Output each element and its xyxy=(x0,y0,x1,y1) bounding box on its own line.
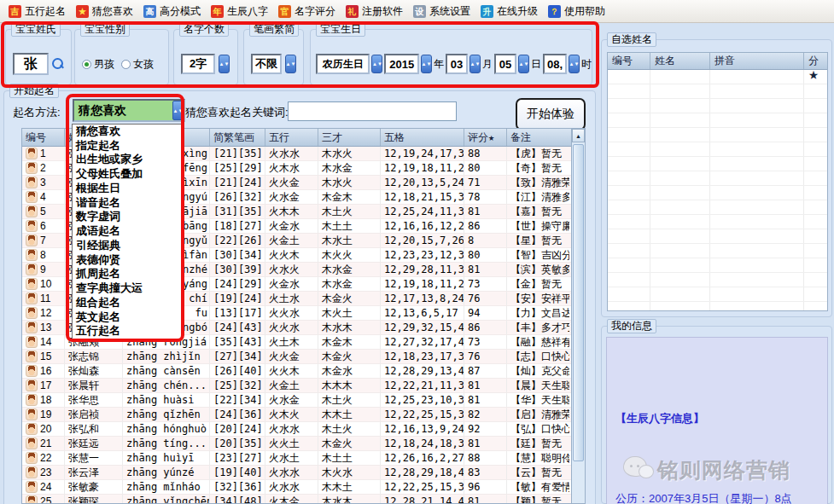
toolbar-button[interactable]: ★ 猜您喜欢 xyxy=(73,3,140,20)
result-row[interactable]: 25 张颖琛 zhāng yǐngchēn [34][48] 火木金 木水木 1… xyxy=(22,495,571,503)
row-pinyin-cell: zhāng yúnzé xyxy=(123,466,210,479)
header-wuxing[interactable]: 五行 xyxy=(265,129,318,146)
month-spinner[interactable]: ▲▼ xyxy=(469,55,481,73)
result-row[interactable]: 15 张志锦 zhāng zhìjǐn [27][34] 火火金 木金火 12,… xyxy=(22,350,571,364)
sel-header-no[interactable]: 编号 xyxy=(608,53,650,69)
header-strokes[interactable]: 简繁笔画 xyxy=(210,129,265,146)
start-experience-button[interactable]: 开始体验 xyxy=(516,98,586,130)
row-wuxing-cell: 火水水 xyxy=(265,466,318,479)
radio-male-dot xyxy=(82,60,91,69)
header-remark[interactable]: 备注 xyxy=(507,129,569,146)
row-remark-cell: 【颖】暂无 xyxy=(507,495,569,503)
radio-male[interactable]: 男孩 xyxy=(82,57,114,72)
selected-empty-row xyxy=(608,200,827,215)
result-row[interactable]: 17 张晨轩 zhāng chén... [25][32] 火金土 木木木 12… xyxy=(22,379,571,393)
dropdown-option[interactable]: 查字典撞大运 xyxy=(73,281,181,296)
dropdown-option[interactable]: 五行起名 xyxy=(73,324,181,339)
row-remark-cell: 【丰】多才巧 xyxy=(507,321,569,334)
header-no[interactable]: 编号 xyxy=(22,129,65,146)
header-sancai[interactable]: 三才 xyxy=(318,129,381,146)
result-row[interactable]: 21 张廷远 zhāng tíng... [20][35] 火火土 木金火 12… xyxy=(22,437,571,451)
radio-female[interactable]: 女孩 xyxy=(121,57,154,72)
row-wuge-cell: 12,22,25,15,36 xyxy=(381,480,464,494)
toolbar-button[interactable]: 吉 五行起名 xyxy=(5,3,73,20)
selected-empty-row xyxy=(608,229,827,244)
sel-header-name[interactable]: 姓名 xyxy=(650,53,710,69)
result-row[interactable]: 16 张灿森 zhāng cànsēn [26][40] 火火木 木金水 12,… xyxy=(22,364,571,379)
row-wuxing-cell: 火火土 xyxy=(265,437,318,450)
toolbar-button[interactable]: ？ 使用帮助 xyxy=(545,3,612,20)
row-remark-cell: 【虎】暂无 xyxy=(507,147,569,160)
dropdown-option[interactable]: 谐音起名 xyxy=(73,196,181,211)
row-wuge-cell: 12,29,32,15,43 xyxy=(381,321,464,334)
calendar-type-spinner[interactable]: ▲▼ xyxy=(371,55,382,73)
dropdown-option[interactable]: 引经据典 xyxy=(73,239,181,253)
header-wuge[interactable]: 五格 xyxy=(381,129,464,146)
toolbar-button[interactable]: 升 在线升级 xyxy=(477,3,545,20)
row-wuxing-cell: 火水火 xyxy=(265,263,318,276)
dropdown-option[interactable]: 猜您喜欢 xyxy=(73,125,181,139)
toolbar-button[interactable]: 设 系统设置 xyxy=(410,3,477,20)
dropdown-option[interactable]: 父母姓氏叠加 xyxy=(73,167,181,182)
bazi-info-box: 【生辰八字信息】 公历：2007年3月5日（星期一）8点 农历：丁亥年正月十六日… xyxy=(606,337,828,504)
row-pinyin-cell: zhāng tíng... xyxy=(123,437,210,450)
keyword-input[interactable] xyxy=(288,101,457,121)
sel-header-score[interactable]: 评分★ xyxy=(804,53,827,69)
selected-empty-row xyxy=(608,215,827,229)
row-remark-cell: 【敏】有爱情 xyxy=(507,480,569,494)
dropdown-option[interactable]: 抓周起名 xyxy=(73,267,181,281)
toolbar-button[interactable]: 礼 注册软件 xyxy=(342,3,410,20)
row-wuge-cell: 12,25,24,11,35 xyxy=(381,205,464,218)
results-scrollbar[interactable]: ▲ xyxy=(571,129,585,503)
row-remark-cell: 【华】天生聪 xyxy=(507,393,569,407)
baby-avatar-icon xyxy=(26,394,38,406)
stroke-spinner[interactable]: ▲▼ xyxy=(285,55,296,73)
dropdown-option[interactable]: 数字虚词 xyxy=(73,210,181,224)
row-sancai-cell: 木水火 xyxy=(318,147,381,160)
row-wuge-cell: 12,19,18,11,29 xyxy=(381,161,464,175)
surname-input[interactable] xyxy=(13,53,49,75)
method-combo-arrow-icon[interactable]: ▲▼ xyxy=(172,101,184,120)
scrollbar-thumb[interactable] xyxy=(573,144,584,461)
result-row[interactable]: 20 张弘和 zhāng hónghuò [20][24] 火水水 木土火 12… xyxy=(22,422,571,437)
result-row[interactable]: 18 张华思 zhāng huàsi [22][34] 火水金 木土火 12,2… xyxy=(22,393,571,408)
dropdown-option[interactable]: 出生地或家乡 xyxy=(73,153,181,167)
row-wuge-cell: 12,19,18,11,29 xyxy=(381,277,464,291)
baby-avatar-icon xyxy=(26,278,38,290)
row-wuxing-cell: 火水水 xyxy=(265,147,318,160)
header-score[interactable]: 评分★ xyxy=(464,129,507,146)
dropdown-option[interactable]: 组合起名 xyxy=(73,296,181,310)
toolbar-button[interactable]: 高 高分模式 xyxy=(140,3,207,20)
row-number-cell: 8 xyxy=(22,248,65,262)
dropdown-option[interactable]: 表德仰贤 xyxy=(73,253,181,268)
row-sancai-cell: 木火土 xyxy=(318,306,381,320)
day-spinner[interactable]: ▲▼ xyxy=(518,55,529,73)
result-row[interactable]: 23 张云泽 zhāng yúnzé [19][40] 火水水 木火水 12,2… xyxy=(22,466,571,480)
name-count-spinner[interactable]: ▲▼ xyxy=(219,55,230,73)
row-sancai-cell: 木金火 xyxy=(318,292,381,305)
method-label: 起名方法: xyxy=(13,105,61,120)
result-row[interactable]: 24 张敏豪 zhāng mǐnháo [32][36] 火水水 木木土 12,… xyxy=(22,480,571,495)
baby-avatar-icon xyxy=(26,293,38,304)
dropdown-option[interactable]: 成语起名 xyxy=(73,224,181,239)
result-row[interactable]: 19 张启祯 zhāng qǐzhēn [24][36] 火木火 木木土 12,… xyxy=(22,408,571,422)
toolbar-button[interactable]: 年 生辰八字 xyxy=(207,3,275,20)
row-number-cell: 7 xyxy=(22,234,65,247)
year-spinner[interactable]: ▲▼ xyxy=(421,55,432,73)
month-value: 03 xyxy=(446,54,468,74)
search-icon[interactable] xyxy=(52,58,64,70)
row-sancai-cell: 木土火 xyxy=(318,393,381,407)
sel-header-pinyin[interactable]: 拼音 xyxy=(710,53,804,69)
scroll-up-icon[interactable]: ▲ xyxy=(572,129,585,142)
row-wuxing-cell: 火金水 xyxy=(265,277,318,291)
row-sancai-cell: 木水金 xyxy=(318,263,381,276)
surname-groupbox: 宝宝姓氏 xyxy=(5,29,72,85)
method-combobox[interactable]: 猜您喜欢 ▲▼ xyxy=(73,99,185,122)
row-sancai-cell: 木火火 xyxy=(318,248,381,262)
dropdown-option[interactable]: 根据生日 xyxy=(73,182,181,196)
hour-spinner[interactable]: ▲▼ xyxy=(569,55,580,73)
dropdown-option[interactable]: 英文起名 xyxy=(73,310,181,325)
toolbar-button[interactable]: 官 名字评分 xyxy=(275,3,342,20)
result-row[interactable]: 22 张慧一 zhāng huìyī [23][27] 火水土 木土土 12,2… xyxy=(22,451,571,466)
dropdown-option[interactable]: 指定起名 xyxy=(73,139,181,154)
